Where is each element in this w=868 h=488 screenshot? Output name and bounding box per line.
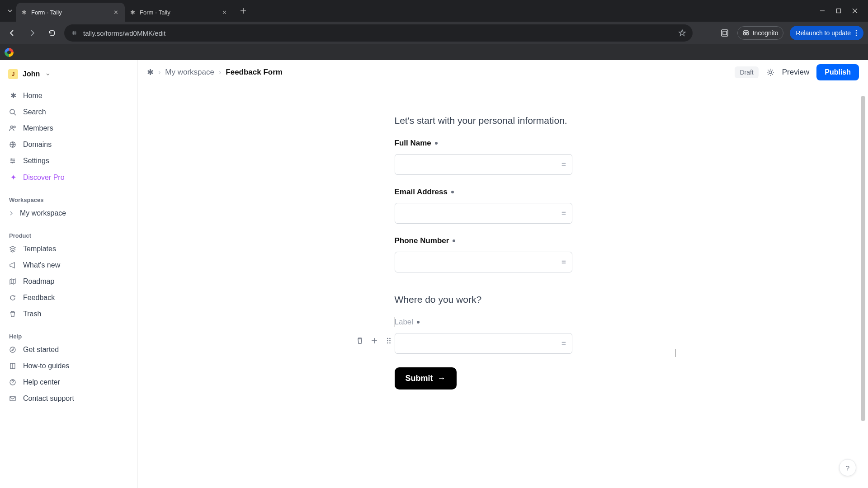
compass-icon: [9, 346, 17, 353]
new-tab-button[interactable]: [237, 5, 250, 17]
field-label[interactable]: Email Address: [395, 188, 684, 197]
site-info-icon[interactable]: [71, 29, 78, 37]
question-icon: [9, 379, 17, 386]
sidebar-item-trash[interactable]: Trash: [5, 306, 133, 322]
breadcrumb-workspace[interactable]: My workspace: [165, 68, 214, 77]
svg-rect-0: [837, 9, 841, 13]
svg-rect-1: [722, 30, 728, 36]
user-avatar: J: [8, 69, 18, 79]
sidebar-item-getstarted[interactable]: Get started: [5, 342, 133, 358]
resize-handle-icon[interactable]: 〓: [561, 161, 566, 169]
sidebar-item-home[interactable]: ✱Home: [5, 87, 133, 104]
svg-point-22: [389, 340, 391, 342]
nav-forward-button[interactable]: [24, 25, 40, 41]
sidebar-workspace-item[interactable]: My workspace: [5, 205, 133, 221]
field-label[interactable]: Full Name: [395, 139, 684, 148]
sidebar-item-contact[interactable]: Contact support: [5, 390, 133, 407]
sidebar-item-feedback[interactable]: Feedback: [5, 290, 133, 306]
settings-icon[interactable]: [766, 68, 775, 77]
browser-tab-2[interactable]: ✱ Form - Tally ✕: [125, 3, 233, 22]
help-fab-button[interactable]: ?: [839, 459, 856, 476]
svg-point-12: [11, 159, 12, 160]
svg-point-23: [387, 343, 388, 344]
mail-icon: [9, 395, 17, 402]
megaphone-icon: [9, 262, 17, 269]
nav-back-button[interactable]: [5, 25, 20, 41]
window-minimize-icon[interactable]: [819, 8, 826, 14]
sidebar-item-howto[interactable]: How-to guides: [5, 358, 133, 374]
sidebar-item-search[interactable]: Search: [5, 104, 133, 120]
resize-handle-icon[interactable]: 〓: [561, 340, 566, 347]
publish-button[interactable]: Publish: [816, 64, 859, 80]
field-input[interactable]: 〓: [395, 203, 572, 224]
arrow-right-icon: →: [438, 374, 446, 383]
incognito-indicator[interactable]: Incognito: [737, 26, 783, 40]
section-text[interactable]: Let's start with your personal informati…: [395, 115, 684, 126]
url-text: tally.so/forms/wd0MMK/edit: [83, 29, 673, 37]
submit-button[interactable]: Submit →: [395, 367, 457, 389]
bookmark-google-icon[interactable]: [5, 48, 14, 57]
sidebar-header-workspaces: Workspaces: [5, 192, 133, 205]
sidebar-item-templates[interactable]: Templates: [5, 241, 133, 257]
user-name: John: [23, 70, 40, 78]
sidebar-item-discover-pro[interactable]: ✦Discover Pro: [5, 169, 133, 186]
tab-search-dropdown[interactable]: [4, 5, 16, 17]
required-dot-icon: [417, 321, 420, 324]
drag-block-handle[interactable]: [384, 336, 394, 346]
sidebar-item-whatsnew[interactable]: What's new: [5, 257, 133, 273]
breadcrumb-form[interactable]: Feedback Form: [226, 68, 283, 77]
add-block-button[interactable]: [369, 336, 379, 346]
draft-badge: Draft: [735, 66, 758, 78]
sidebar-header-product: Product: [5, 228, 133, 241]
svg-rect-2: [723, 31, 726, 35]
sliders-icon: [9, 157, 17, 164]
nav-reload-button[interactable]: [44, 25, 60, 41]
window-controls: [813, 8, 864, 14]
svg-point-8: [10, 109, 14, 114]
sidebar-item-settings[interactable]: Settings: [5, 153, 133, 169]
svg-point-5: [856, 30, 857, 32]
refresh-icon: [9, 294, 17, 301]
tab-favicon-icon: ✱: [130, 9, 135, 16]
field-input[interactable]: 〓: [395, 333, 572, 354]
delete-block-button[interactable]: [355, 336, 365, 346]
sidebar-item-members[interactable]: Members: [5, 120, 133, 136]
field-input[interactable]: 〓: [395, 154, 572, 175]
user-menu[interactable]: J John: [5, 66, 133, 82]
field-block-phone: Phone Number 〓: [395, 236, 684, 272]
browser-tabs-row: ✱ Form - Tally ✕ ✱ Form - Tally ✕: [0, 0, 868, 22]
sidebar-item-helpcenter[interactable]: Help center: [5, 374, 133, 390]
bookmark-star-icon[interactable]: [678, 29, 686, 37]
scrollbar-track[interactable]: [860, 84, 867, 488]
tab-close-icon[interactable]: ✕: [221, 9, 228, 16]
tab-close-icon[interactable]: ✕: [112, 9, 119, 16]
reader-mode-icon[interactable]: [718, 27, 731, 39]
sidebar-item-domains[interactable]: Domains: [5, 136, 133, 153]
svg-point-19: [387, 338, 388, 339]
search-icon: [9, 108, 17, 116]
window-maximize-icon[interactable]: [835, 8, 842, 14]
topbar: ✱ › My workspace › Feedback Form Draft P…: [138, 60, 868, 84]
browser-tab-1[interactable]: ✱ Form - Tally ✕: [16, 3, 125, 22]
form-canvas[interactable]: Let's start with your personal informati…: [138, 84, 868, 488]
field-label[interactable]: Phone Number: [395, 236, 684, 245]
svg-point-9: [11, 126, 13, 128]
tally-logo-icon[interactable]: ✱: [147, 67, 154, 77]
scrollbar-thumb[interactable]: [861, 96, 865, 421]
section-text[interactable]: Where do you work?: [395, 294, 684, 305]
tab-title: Form - Tally: [140, 9, 216, 16]
url-field[interactable]: tally.so/forms/wd0MMK/edit: [64, 24, 693, 42]
relaunch-button[interactable]: Relaunch to update: [790, 26, 863, 40]
svg-point-14: [12, 162, 13, 164]
field-input[interactable]: 〓: [395, 252, 572, 272]
text-cursor: [395, 317, 395, 327]
sidebar-item-roadmap[interactable]: Roadmap: [5, 273, 133, 290]
svg-point-15: [10, 347, 15, 352]
field-label-placeholder[interactable]: Label: [395, 318, 684, 327]
preview-button[interactable]: Preview: [782, 68, 809, 77]
globe-icon: [9, 141, 17, 148]
resize-handle-icon[interactable]: 〓: [561, 210, 566, 217]
window-close-icon[interactable]: [852, 8, 858, 14]
resize-handle-icon[interactable]: 〓: [561, 258, 566, 266]
sidebar: J John ✱Home Search Members Domains Sett…: [0, 60, 138, 488]
